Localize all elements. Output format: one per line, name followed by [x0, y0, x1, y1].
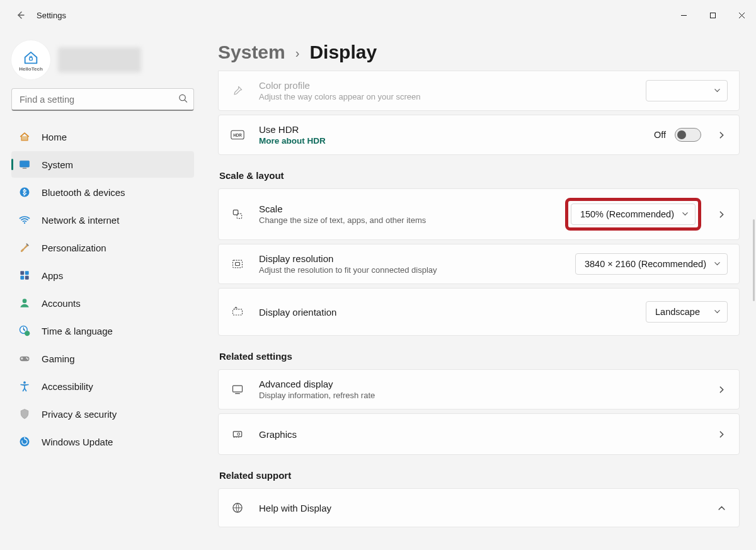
shield-icon — [18, 407, 32, 421]
dropdown-value: Landscape — [655, 307, 700, 317]
chevron-down-icon — [714, 86, 721, 96]
paintbrush-icon — [18, 241, 32, 255]
person-icon — [18, 296, 32, 310]
chevron-down-icon — [682, 209, 689, 219]
chevron-right-icon[interactable] — [715, 430, 728, 438]
svg-rect-7 — [20, 271, 24, 275]
sidebar-item-label: Windows Update — [42, 437, 113, 447]
maximize-icon — [709, 12, 716, 19]
sidebar-item-label: Time & language — [42, 326, 113, 336]
sidebar-item-apps[interactable]: Apps — [11, 262, 194, 289]
color-profile-dropdown[interactable] — [646, 80, 728, 101]
orientation-icon — [230, 306, 245, 318]
card-subtitle: Adjust the way colors appear on your scr… — [259, 92, 632, 101]
card-title: Use HDR — [259, 124, 640, 135]
minimize-button[interactable] — [669, 5, 698, 25]
svg-rect-23 — [233, 260, 243, 268]
apps-icon — [18, 268, 32, 282]
close-button[interactable] — [727, 5, 756, 25]
card-title: Display orientation — [259, 307, 632, 318]
bluetooth-icon — [18, 185, 32, 199]
chevron-down-icon — [714, 307, 721, 317]
window-title: Settings — [37, 11, 66, 20]
svg-rect-3 — [20, 161, 30, 167]
house-plug-icon — [22, 49, 40, 66]
section-scale-layout: Scale & layout — [219, 170, 740, 181]
accessibility-icon — [18, 379, 32, 393]
card-color-profile[interactable]: Color profile Adjust the way colors appe… — [218, 71, 740, 111]
avatar: HelloTech — [11, 40, 50, 79]
card-title: Color profile — [259, 80, 632, 91]
minimize-icon — [680, 12, 687, 19]
sidebar-item-bluetooth[interactable]: Bluetooth & devices — [11, 179, 194, 205]
svg-point-15 — [26, 357, 27, 358]
sidebar-item-system[interactable]: System — [11, 151, 194, 178]
svg-point-16 — [27, 358, 28, 360]
scale-dropdown[interactable]: 150% (Recommended) — [571, 203, 696, 225]
sidebar-item-label: Personalization — [42, 243, 106, 253]
card-hdr[interactable]: HDR Use HDR More about HDR Off — [218, 115, 740, 155]
card-scale[interactable]: Scale Change the size of text, apps, and… — [218, 188, 740, 240]
card-help-display[interactable]: Help with Display — [218, 488, 740, 527]
card-advanced-display[interactable]: Advanced display Display information, re… — [218, 369, 740, 410]
svg-rect-24 — [236, 263, 240, 266]
svg-point-17 — [23, 381, 26, 384]
maximize-button[interactable] — [698, 5, 727, 25]
orientation-dropdown[interactable]: Landscape — [646, 301, 728, 323]
svg-point-11 — [23, 299, 27, 303]
card-graphics[interactable]: Graphics — [218, 413, 740, 455]
sidebar-item-windows-update[interactable]: Windows Update — [11, 428, 194, 455]
scrollbar[interactable] — [753, 219, 755, 301]
sidebar-item-privacy[interactable]: Privacy & security — [11, 401, 194, 427]
arrow-left-icon — [15, 10, 25, 20]
account-block[interactable]: HelloTech — [11, 40, 194, 79]
card-title: Display resolution — [259, 253, 561, 264]
svg-rect-1 — [30, 57, 33, 60]
chevron-down-icon — [714, 259, 721, 269]
section-related-settings: Related settings — [219, 351, 740, 362]
close-icon — [738, 12, 745, 19]
chevron-up-icon[interactable] — [715, 504, 728, 512]
sidebar-item-label: Bluetooth & devices — [42, 187, 125, 198]
svg-rect-25 — [233, 309, 243, 315]
sidebar-item-gaming[interactable]: Gaming — [11, 345, 194, 372]
chevron-right-icon[interactable] — [715, 386, 728, 394]
sidebar-item-home[interactable]: Home — [11, 123, 194, 150]
resolution-dropdown[interactable]: 3840 × 2160 (Recommended) — [575, 253, 728, 275]
sidebar-item-network[interactable]: Network & internet — [11, 207, 194, 233]
sidebar-item-personalization[interactable]: Personalization — [11, 234, 194, 261]
search-field-wrap — [11, 88, 194, 111]
card-orientation[interactable]: Display orientation Landscape — [218, 288, 740, 336]
sidebar-item-accessibility[interactable]: Accessibility — [11, 373, 194, 399]
globe-help-icon — [230, 501, 245, 514]
chevron-right-icon[interactable] — [715, 131, 728, 139]
sidebar-item-label: Gaming — [42, 353, 75, 364]
nav-list: Home System Bluetooth & devices Network … — [11, 123, 194, 455]
avatar-label: HelloTech — [19, 66, 43, 72]
scale-icon — [230, 208, 245, 221]
search-input[interactable] — [11, 88, 194, 111]
chevron-right-icon[interactable] — [715, 210, 728, 219]
breadcrumb-parent[interactable]: System — [218, 42, 285, 63]
account-name-redacted — [58, 47, 141, 72]
titlebar: Settings — [0, 0, 756, 30]
card-title: Help with Display — [259, 503, 701, 513]
svg-rect-10 — [25, 276, 29, 280]
section-related-support: Related support — [219, 470, 740, 481]
eyedropper-icon — [230, 84, 245, 97]
gamepad-icon — [18, 352, 32, 365]
card-title: Advanced display — [259, 379, 701, 389]
dropdown-value: 3840 × 2160 (Recommended) — [585, 259, 706, 269]
hdr-toggle[interactable] — [675, 128, 701, 142]
card-resolution[interactable]: Display resolution Adjust the resolution… — [218, 244, 740, 284]
hdr-more-link[interactable]: More about HDR — [259, 136, 640, 146]
home-icon — [18, 130, 32, 144]
back-button[interactable] — [13, 8, 28, 23]
sidebar-item-label: System — [42, 159, 73, 170]
sidebar-item-time-language[interactable]: Time & language — [11, 318, 194, 344]
svg-point-2 — [180, 95, 185, 100]
sidebar-item-label: Privacy & security — [42, 409, 117, 420]
card-subtitle: Change the size of text, apps, and other… — [259, 215, 551, 225]
sidebar-item-accounts[interactable]: Accounts — [11, 290, 194, 316]
annotation-highlight: 150% (Recommended) — [565, 198, 701, 231]
